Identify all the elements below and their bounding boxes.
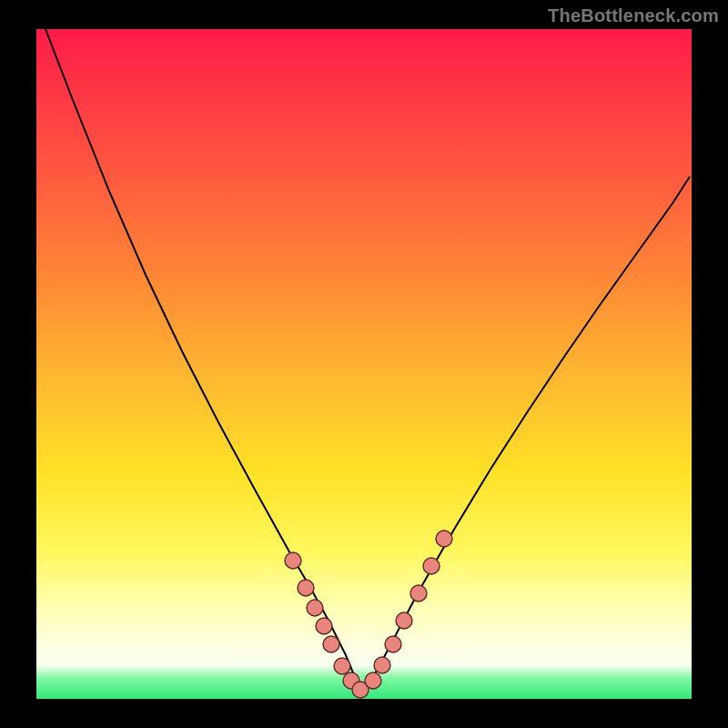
curve-marker xyxy=(436,531,452,547)
watermark-text: TheBottleneck.com xyxy=(548,5,719,26)
chart-frame: TheBottleneck.com xyxy=(0,0,728,728)
curve-marker xyxy=(334,658,350,674)
chart-svg xyxy=(36,29,692,699)
curve-marker xyxy=(423,558,440,574)
curve-marker xyxy=(410,585,427,602)
curve-marker xyxy=(374,657,390,673)
curve-marker xyxy=(285,552,301,569)
curve-marker xyxy=(396,612,412,629)
curve-marker xyxy=(365,672,381,689)
curve-marker xyxy=(307,600,323,616)
curve-marker xyxy=(298,580,314,596)
curve-marker xyxy=(316,618,332,634)
bottleneck-curve xyxy=(46,29,690,690)
chart-plot-area xyxy=(36,29,692,699)
curve-marker xyxy=(323,636,339,652)
curve-marker xyxy=(385,636,401,652)
curve-markers xyxy=(285,531,452,698)
